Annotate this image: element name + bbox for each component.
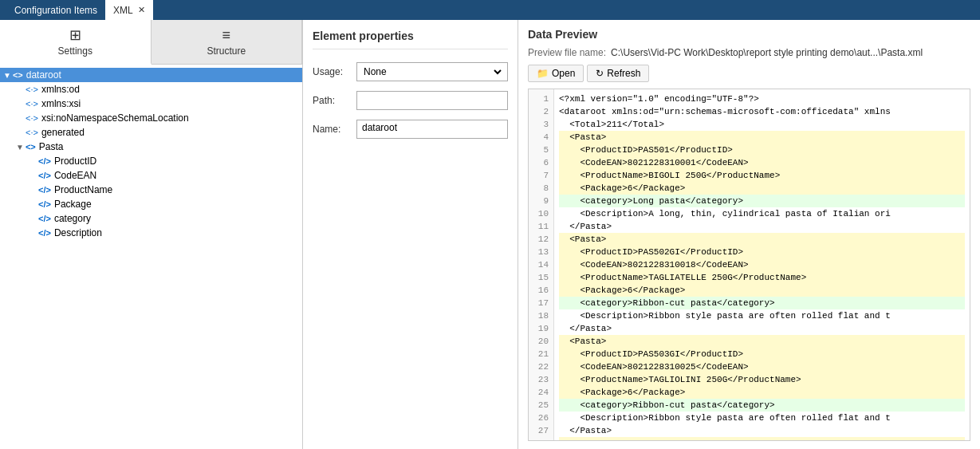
tree-label-xmlns_od: xmlns:od (41, 84, 80, 95)
name-row: Name: (313, 120, 508, 139)
path-label: Path: (313, 95, 356, 106)
xml-line: <Package>6</Package> (559, 182, 965, 195)
tree-label-Pasta: Pasta (39, 141, 64, 152)
xml-line: <Description>Ribbon style pasta are ofte… (559, 412, 965, 424)
name-input-wrapper[interactable] (356, 120, 508, 139)
line-number: 3 (533, 118, 549, 131)
line-number: 20 (533, 335, 549, 348)
xml-line: <Package>6</Package> (559, 386, 965, 399)
tree-item-Package[interactable]: </>Package (0, 197, 302, 211)
line-number: 25 (533, 399, 549, 412)
tree-item-dataroot[interactable]: ▼<>dataroot (0, 68, 302, 82)
structure-icon: ≡ (222, 27, 230, 44)
path-input-wrapper[interactable] (356, 91, 508, 110)
tree-item-ProductID[interactable]: </>ProductID (0, 154, 302, 168)
leaf-icon: <·> (26, 99, 38, 108)
line-number: 9 (533, 195, 549, 207)
xml-content[interactable]: <?xml version="1.0" encoding="UTF-8"?><d… (554, 89, 970, 440)
xml-line: <ProductID>PAS502GI</ProductID> (559, 246, 965, 258)
xml-line: <ProductName>TAGLIATELLE 250G</ProductNa… (559, 271, 965, 284)
line-number: 23 (533, 373, 549, 386)
name-input[interactable] (362, 122, 502, 133)
line-number: 13 (533, 246, 549, 258)
line-number: 15 (533, 271, 549, 284)
xml-line: <CodeEAN>8021228310018</CodeEAN> (559, 258, 965, 271)
tree-item-generated[interactable]: <·>generated (0, 125, 302, 140)
line-number: 22 (533, 360, 549, 373)
tab-xml-label: XML (113, 5, 133, 16)
panel-tabs: ⊞ Settings ≡ Structure (0, 20, 302, 65)
file-path: C:\Users\Vid-PC Work\Desktop\report styl… (611, 47, 923, 58)
main-container: ⊞ Settings ≡ Structure ▼<>dataroot<·>xml… (0, 20, 980, 449)
path-input[interactable] (362, 93, 502, 104)
xml-line: <category>Ribbon-cut pasta</category> (559, 399, 965, 412)
name-label: Name: (313, 124, 356, 135)
refresh-button-label: Refresh (607, 68, 640, 79)
tree-label-xsi_ns: xsi:noNamespaceSchemaLocation (41, 112, 189, 124)
usage-select-wrapper[interactable]: None Required Optional (356, 62, 508, 81)
tree-label-generated: generated (41, 127, 85, 138)
line-number: 17 (533, 297, 549, 309)
tab-settings[interactable]: ⊞ Settings (0, 20, 152, 65)
tree-label-ProductID: ProductID (54, 156, 96, 167)
tree-item-category[interactable]: </>category (0, 211, 302, 226)
tree-toggle-Pasta[interactable]: ▼ (16, 143, 24, 152)
line-number: 6 (533, 156, 549, 169)
tree-label-xmlns_xsi: xmlns:xsi (41, 98, 81, 109)
xml-line: <Pasta> (559, 233, 965, 246)
tree-item-xsi_ns[interactable]: <·>xsi:noNamespaceSchemaLocation (0, 111, 302, 125)
structure-tab-label: Structure (207, 45, 246, 57)
tab-xml-close[interactable]: ✕ (138, 5, 145, 15)
tab-xml[interactable]: XML ✕ (105, 0, 153, 20)
line-number: 5 (533, 144, 549, 156)
line-number: 1 (533, 93, 549, 105)
line-number: 11 (533, 220, 549, 233)
tab-configuration-items[interactable]: Configuration Items (6, 0, 105, 20)
line-number: 24 (533, 386, 549, 399)
element-properties-title: Element properties (313, 30, 508, 49)
line-number: 2 (533, 105, 549, 118)
tree-container[interactable]: ▼<>dataroot<·>xmlns:od<·>xmlns:xsi<·>xsi… (0, 65, 302, 449)
xml-line: <ProductName>BIGOLI 250G</ProductName> (559, 169, 965, 182)
tree-item-ProductName[interactable]: </>ProductName (0, 183, 302, 197)
data-preview-title: Data Preview (528, 28, 970, 41)
usage-select[interactable]: None Required Optional (360, 65, 504, 78)
line-number: 4 (533, 131, 549, 144)
line-number: 21 (533, 348, 549, 360)
refresh-button[interactable]: ↻ Refresh (587, 65, 649, 82)
left-panel: ⊞ Settings ≡ Structure ▼<>dataroot<·>xml… (0, 20, 303, 449)
tag-open-icon: <> (26, 142, 36, 152)
preview-toolbar: 📁 Open ↻ Refresh (528, 65, 970, 82)
tree-item-xmlns_xsi[interactable]: <·>xmlns:xsi (0, 96, 302, 111)
xml-line: </Pasta> (559, 424, 965, 437)
tree-label-dataroot: dataroot (26, 69, 61, 81)
tree-toggle-dataroot[interactable]: ▼ (3, 71, 11, 80)
xml-line: <category>Long pasta</category> (559, 195, 965, 207)
xml-line: <Pasta> (559, 131, 965, 144)
tag-open-icon: <> (13, 70, 23, 80)
xml-line: <ProductName>TAGLIOLINI 250G</ProductNam… (559, 373, 965, 386)
tree-item-xmlns_od[interactable]: <·>xmlns:od (0, 82, 302, 96)
usage-row: Usage: None Required Optional (313, 62, 508, 81)
tree-item-Pasta[interactable]: ▼<>Pasta (0, 140, 302, 154)
open-button[interactable]: 📁 Open (528, 65, 584, 82)
tag-close-icon: </> (38, 199, 51, 209)
tab-structure[interactable]: ≡ Structure (152, 20, 303, 64)
line-number: 14 (533, 258, 549, 271)
preview-file-row: Preview file name: C:\Users\Vid-PC Work\… (528, 47, 970, 58)
tree-item-Description[interactable]: </>Description (0, 226, 302, 240)
tree-item-CodeEAN[interactable]: </>CodeEAN (0, 168, 302, 183)
xml-line: <CodeEAN>8021228310001</CodeEAN> (559, 156, 965, 169)
leaf-icon: <·> (26, 128, 38, 137)
xml-line: <category>Ribbon-cut pasta</category> (559, 297, 965, 309)
xml-line: <Description>A long, thin, cylindrical p… (559, 207, 965, 220)
file-label: Preview file name: (528, 47, 606, 58)
usage-label: Usage: (313, 66, 356, 77)
settings-icon: ⊞ (69, 26, 81, 44)
line-number: 19 (533, 322, 549, 335)
element-properties-panel: Element properties Usage: None Required … (303, 20, 518, 449)
xml-line: <Total>211</Total> (559, 118, 965, 131)
xml-line: </Pasta> (559, 220, 965, 233)
xml-line: <CodeEAN>8021228310025</CodeEAN> (559, 360, 965, 373)
leaf-icon: <·> (26, 85, 38, 94)
